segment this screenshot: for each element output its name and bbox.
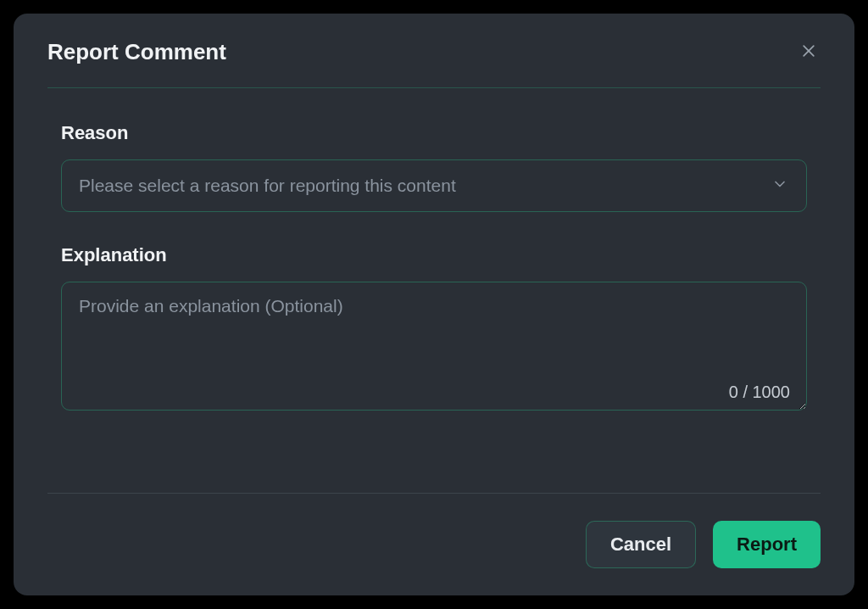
modal-body: Reason Please select a reason for report… (47, 88, 821, 493)
close-icon (800, 42, 817, 62)
reason-select[interactable]: Please select a reason for reporting thi… (61, 159, 807, 212)
modal-title: Report Comment (47, 39, 226, 65)
report-modal: Report Comment Reason Please select a re… (14, 14, 854, 595)
explanation-textarea-wrapper: 0 / 1000 (61, 282, 807, 414)
reason-select-placeholder: Please select a reason for reporting thi… (79, 176, 456, 196)
reason-field-group: Reason Please select a reason for report… (61, 122, 807, 212)
reason-select-wrapper: Please select a reason for reporting thi… (61, 159, 807, 212)
modal-footer: Cancel Report (47, 493, 821, 568)
explanation-label: Explanation (61, 244, 807, 266)
explanation-field-group: Explanation 0 / 1000 (61, 244, 807, 414)
close-button[interactable] (797, 39, 821, 65)
cancel-button[interactable]: Cancel (586, 521, 696, 568)
modal-header: Report Comment (47, 39, 821, 88)
explanation-textarea[interactable] (61, 282, 807, 411)
report-button[interactable]: Report (713, 521, 821, 568)
reason-label: Reason (61, 122, 807, 144)
